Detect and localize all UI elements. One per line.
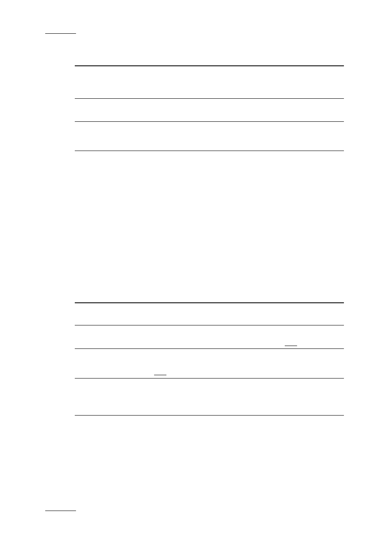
horizontal-rule — [75, 65, 344, 66]
horizontal-rule — [75, 302, 344, 303]
horizontal-rule — [75, 151, 344, 151]
horizontal-rule — [75, 121, 344, 122]
horizontal-rule — [285, 346, 297, 346]
horizontal-rule — [154, 375, 166, 375]
horizontal-rule — [45, 511, 76, 511]
horizontal-rule — [75, 348, 344, 349]
horizontal-rule — [75, 415, 344, 416]
horizontal-rule — [75, 98, 344, 99]
horizontal-rule — [75, 325, 344, 325]
horizontal-rule — [45, 33, 76, 34]
document-page — [0, 0, 392, 555]
horizontal-rule — [75, 378, 344, 379]
